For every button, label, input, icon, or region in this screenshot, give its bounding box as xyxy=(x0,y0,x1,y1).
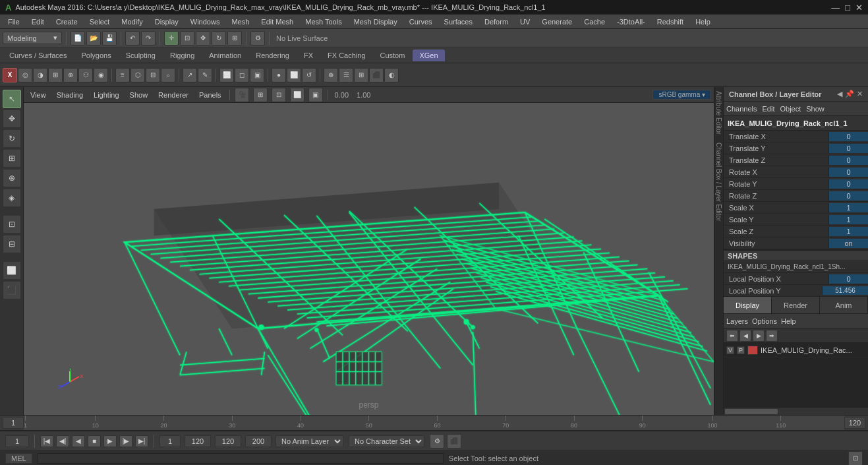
tab-custom[interactable]: Custom xyxy=(374,49,412,61)
shading-menu[interactable]: Shading xyxy=(53,90,87,100)
go-to-start-btn[interactable]: |◀ xyxy=(40,435,53,447)
menu-edit-mesh[interactable]: Edit Mesh xyxy=(256,16,299,27)
anim-end-input[interactable] xyxy=(245,435,272,447)
icon-cylinder-btn[interactable]: ⬜ xyxy=(287,68,301,82)
move-tool-sidebar[interactable]: ✥ xyxy=(3,109,21,128)
layer-row[interactable]: V P IKEA_MULIG_Drying_Rac... xyxy=(724,343,868,357)
icon-half-circle-btn[interactable]: ◑ xyxy=(33,68,47,82)
scrollbar-thumb[interactable] xyxy=(725,409,778,414)
tab-xgen[interactable]: XGen xyxy=(413,49,444,61)
icon-camera-btn[interactable]: ⬛ xyxy=(369,68,384,82)
timeline-start-frame[interactable] xyxy=(3,417,24,429)
vp-grid-btn[interactable]: ⊞ xyxy=(253,88,268,102)
menu-help[interactable]: Help xyxy=(690,16,716,27)
render-settings-button[interactable]: ⚙ xyxy=(250,31,265,46)
menu-curves[interactable]: Curves xyxy=(404,16,438,27)
menu-file[interactable]: File xyxy=(3,16,25,27)
maximize-button[interactable]: □ xyxy=(845,3,850,13)
tab-rigging[interactable]: Rigging xyxy=(163,49,201,61)
menu-mesh[interactable]: Mesh xyxy=(226,16,254,27)
attribute-editor-tab[interactable]: Attribute Editor xyxy=(715,87,722,139)
status-settings-btn[interactable]: ⊡ xyxy=(848,451,863,466)
tab-polygons[interactable]: Polygons xyxy=(74,49,117,61)
renderer-menu[interactable]: Renderer xyxy=(154,90,192,100)
cb-pin-btn[interactable]: 📌 xyxy=(845,90,854,98)
timeline-ruler[interactable]: 1102030405060708090100110120 xyxy=(24,416,844,430)
icon-layers-btn[interactable]: ≡ xyxy=(115,68,130,82)
menu-redshift[interactable]: Redshift xyxy=(652,16,689,27)
cb-close-btn[interactable]: ✕ xyxy=(857,90,863,98)
tab-curves-surfaces[interactable]: Curves / Surfaces xyxy=(3,49,73,61)
icon-light-btn[interactable]: ◐ xyxy=(384,68,399,82)
paint-select-sidebar[interactable]: ⬜ xyxy=(3,261,21,280)
layer-next-btn[interactable]: ▶ xyxy=(753,330,765,342)
undo-button[interactable]: ↶ xyxy=(125,31,140,46)
menu-select[interactable]: Select xyxy=(84,16,115,27)
quick-select-sidebar[interactable]: ⬛ xyxy=(3,281,21,299)
help-menu[interactable]: Help xyxy=(781,317,796,325)
close-button[interactable]: ✕ xyxy=(855,3,863,13)
layers-menu[interactable]: Layers xyxy=(726,317,748,325)
layer-playback-toggle[interactable]: P xyxy=(737,346,745,354)
edit-menu[interactable]: Edit xyxy=(762,105,774,113)
anim-layer-dropdown[interactable]: No Anim Layer xyxy=(275,435,343,447)
icon-eye-btn[interactable]: ◉ xyxy=(94,68,108,82)
move-tool-button[interactable]: ✥ xyxy=(196,31,210,46)
mel-label[interactable]: MEL xyxy=(5,453,32,464)
layer-color-swatch[interactable] xyxy=(747,346,758,355)
mel-input[interactable] xyxy=(38,453,444,464)
scale-tool-sidebar[interactable]: ⊞ xyxy=(3,149,21,168)
show-hide-sidebar[interactable]: ⊡ xyxy=(3,215,21,233)
menu-create[interactable]: Create xyxy=(51,16,83,27)
icon-move3d-btn[interactable]: ⊕ xyxy=(324,68,338,82)
view-menu[interactable]: View xyxy=(26,90,50,100)
display-tab[interactable]: Display xyxy=(724,297,772,313)
rotate-tool-sidebar[interactable]: ↻ xyxy=(3,129,21,148)
icon-circle-btn[interactable]: ◎ xyxy=(18,68,32,82)
cb-collapse-btn[interactable]: ◀ xyxy=(837,90,842,98)
range-end-input[interactable] xyxy=(185,435,211,447)
icon-rotate-anim-btn[interactable]: ↺ xyxy=(302,68,316,82)
range-start-input[interactable] xyxy=(159,435,181,447)
icon-node-btn[interactable]: ⬡ xyxy=(130,68,145,82)
anim-start-input[interactable] xyxy=(215,435,241,447)
icon-magnet-btn[interactable]: ☰ xyxy=(339,68,353,82)
vp-wireframe-btn[interactable]: ⬜ xyxy=(290,88,304,102)
timeline-end-frame[interactable] xyxy=(844,417,865,429)
snap-together-sidebar[interactable]: ⊟ xyxy=(3,235,21,253)
select-tool-button[interactable]: ✛ xyxy=(164,31,179,46)
anim-settings-btn[interactable]: ⚙ xyxy=(430,434,444,449)
step-fwd-btn[interactable]: |▶ xyxy=(119,435,132,447)
vp-frame-btn[interactable]: ⊡ xyxy=(272,88,286,102)
viewport[interactable]: View Shading Lighting Show Renderer Pane… xyxy=(24,87,714,415)
icon-person-btn[interactable]: ⚇ xyxy=(78,68,93,82)
icon-grid-btn[interactable]: ⊟ xyxy=(146,68,160,82)
vp-camera-btn[interactable]: 🎥 xyxy=(235,88,249,102)
tab-sculpting[interactable]: Sculpting xyxy=(119,49,162,61)
open-scene-button[interactable]: 📂 xyxy=(86,31,101,46)
minimize-button[interactable]: — xyxy=(831,3,840,13)
tab-fx[interactable]: FX xyxy=(297,49,320,61)
color-space-arrow[interactable]: ▾ xyxy=(702,91,705,98)
play-back-btn[interactable]: ◀ xyxy=(72,435,85,447)
rotate-tool-button[interactable]: ↻ xyxy=(212,31,226,46)
universal-tool-sidebar[interactable]: ⊕ xyxy=(3,169,21,187)
layer-add-btn[interactable]: ⬅ xyxy=(726,330,738,342)
layer-prev-btn[interactable]: ◀ xyxy=(739,330,751,342)
layer-end-btn[interactable]: ➡ xyxy=(766,330,778,342)
play-fwd-btn[interactable]: ▶ xyxy=(103,435,117,447)
menu-uv[interactable]: UV xyxy=(515,16,535,27)
icon-pen-btn[interactable]: ✎ xyxy=(198,68,212,82)
icon-sphere-btn[interactable]: ● xyxy=(272,68,286,82)
menu-cache[interactable]: Cache xyxy=(579,16,610,27)
menu-edit[interactable]: Edit xyxy=(26,16,49,27)
anim-tab[interactable]: Anim xyxy=(820,297,868,313)
title-bar-controls[interactable]: — □ ✕ xyxy=(831,3,863,13)
mode-dropdown[interactable]: Modeling ▾ xyxy=(3,32,62,44)
redo-button[interactable]: ↷ xyxy=(141,31,156,46)
menu-deform[interactable]: Deform xyxy=(479,16,513,27)
icon-mesh-btn[interactable]: ⊞ xyxy=(48,68,63,82)
tab-animation[interactable]: Animation xyxy=(202,49,248,61)
current-frame-input[interactable] xyxy=(5,435,29,447)
icon-solid-btn[interactable]: ▣ xyxy=(250,68,264,82)
